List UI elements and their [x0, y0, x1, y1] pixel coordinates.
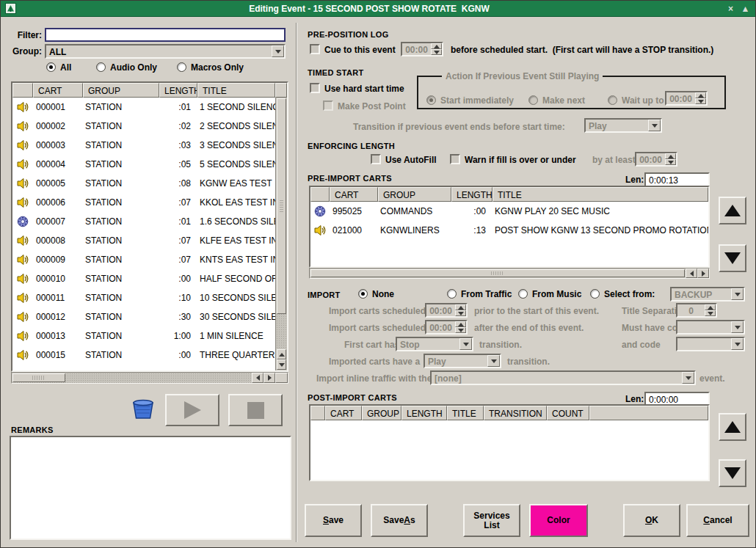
radio-all[interactable] — [46, 62, 56, 72]
radio-from-music[interactable] — [518, 289, 528, 299]
column-header[interactable]: TITLE — [493, 187, 708, 202]
sched-after-spinbox[interactable]: 00:00 — [425, 320, 468, 335]
scroll-down-icon[interactable] — [277, 359, 286, 370]
use-autofill-checkbox[interactable] — [371, 154, 381, 164]
imported-carts-transition-combo[interactable]: Play — [424, 354, 501, 368]
save-as-button[interactable]: Save As — [371, 504, 428, 537]
chevron-down-icon[interactable] — [731, 288, 744, 300]
table-row[interactable]: 000013STATION1:001 MIN SILENCE — [12, 326, 275, 346]
spin-down-icon[interactable] — [455, 327, 466, 333]
column-header[interactable]: LENGTH — [401, 406, 447, 420]
spin-down-icon[interactable] — [695, 98, 706, 104]
table-row[interactable]: 000005STATION:08KGNW EAS TEST — [12, 174, 275, 193]
cart-list-body[interactable]: 000001STATION:011 SECOND SILENCE000002ST… — [12, 98, 275, 370]
warn-threshold-spinbox[interactable]: 00:00 — [635, 152, 677, 167]
table-row[interactable]: 000012STATION:3030 SECONDS SILE — [12, 307, 275, 326]
make-post-point-checkbox[interactable] — [323, 101, 333, 111]
ok-button[interactable]: OK — [623, 504, 680, 537]
table-row[interactable]: 021000KGNWLINERS:13POST SHOW KGNW 13 SEC… — [310, 221, 708, 240]
table-row[interactable]: 000003STATION:033 SECONDS SILENCE — [12, 136, 275, 155]
pre-import-move-up-button[interactable] — [719, 197, 746, 224]
post-import-move-up-button[interactable] — [719, 413, 746, 441]
column-header[interactable]: TRANSITION — [484, 406, 547, 420]
radio-make-next[interactable] — [528, 95, 538, 105]
table-row[interactable]: 000004STATION:055 SECONDS SILENCE — [12, 155, 275, 174]
spin-down-icon[interactable] — [431, 49, 442, 55]
spin-down-icon[interactable] — [455, 310, 466, 316]
radio-wait-up-to[interactable] — [608, 95, 617, 105]
maximize-icon[interactable]: ▲ — [739, 2, 752, 15]
chevron-down-icon[interactable] — [272, 45, 284, 57]
column-header[interactable]: LENGTH — [451, 187, 493, 202]
table-row[interactable]: 000006STATION:07KKOL EAS TEST IN — [12, 193, 275, 212]
scrollbar-track[interactable] — [12, 373, 252, 383]
color-button[interactable]: Color — [529, 504, 588, 537]
post-import-move-down-button[interactable] — [719, 459, 746, 487]
chevron-down-icon[interactable] — [682, 372, 694, 384]
column-header[interactable]: LENGTH — [159, 83, 197, 98]
filter-input[interactable] — [45, 28, 286, 42]
scrollbar-thumb[interactable] — [310, 269, 685, 277]
column-header[interactable]: GROUP — [83, 83, 159, 98]
column-header[interactable] — [310, 406, 325, 420]
play-button[interactable] — [165, 394, 219, 426]
wait-time-spinbox[interactable]: 00:00 — [665, 91, 708, 106]
spin-up-icon[interactable] — [705, 304, 716, 310]
column-header[interactable]: CART — [33, 83, 83, 98]
radio-from-traffic[interactable] — [447, 289, 457, 299]
scroll-up-icon[interactable] — [277, 349, 286, 359]
cancel-button[interactable]: Cancel — [686, 504, 749, 537]
post-import-cart-list[interactable]: CARTGROUPLENGTHTITLETRANSITIONCOUNT — [309, 404, 710, 481]
and-code-combo[interactable] — [676, 337, 745, 351]
table-row[interactable]: 995025COMMANDS:00KGNW PLAY 20 SEC MUSIC — [310, 202, 708, 221]
radio-import-none[interactable] — [358, 289, 368, 299]
warn-fill-checkbox[interactable] — [450, 154, 460, 164]
titlebar[interactable]: Editing Event - 15 SECOND POST SHOW ROTA… — [1, 1, 755, 17]
table-row[interactable]: 000011STATION:1010 SECONDS SILE — [12, 288, 275, 307]
spin-up-icon[interactable] — [455, 321, 466, 327]
table-row[interactable]: 000007STATION:011.6 SECONDS SILENCE — [12, 212, 275, 231]
title-separation-spinbox[interactable]: 0 — [676, 303, 717, 318]
column-header[interactable]: CART — [330, 187, 378, 202]
chevron-down-icon[interactable] — [731, 321, 744, 333]
cue-to-event-checkbox[interactable] — [310, 44, 320, 54]
save-button[interactable]: Save — [305, 504, 362, 537]
cue-offset-spinbox[interactable]: 00:00 — [401, 42, 443, 56]
column-header[interactable]: TITLE — [197, 83, 275, 98]
column-header[interactable]: GROUP — [378, 187, 451, 202]
column-header[interactable] — [310, 187, 330, 202]
chevron-down-icon[interactable] — [459, 338, 472, 350]
post-import-list-body[interactable] — [310, 420, 708, 480]
group-filter-combo[interactable]: ALL — [45, 44, 286, 59]
first-cart-transition-combo[interactable]: Stop — [396, 337, 473, 351]
remarks-input[interactable] — [10, 436, 291, 540]
services-list-button[interactable]: Services List — [463, 504, 520, 537]
column-header[interactable]: COUNT — [547, 406, 589, 420]
pre-import-cart-list[interactable]: CARTGROUPLENGTHTITLE 995025COMMANDS:00KG… — [309, 186, 710, 268]
scrollbar-track[interactable] — [310, 268, 686, 278]
transition-combo[interactable]: Play — [584, 118, 662, 133]
table-row[interactable]: 000002STATION:022 SECONDS SILENCE — [12, 117, 275, 136]
scrollbar-thumb[interactable] — [12, 373, 65, 382]
table-row[interactable]: 000010STATION:00HALF SECOND OF — [12, 269, 275, 288]
column-header[interactable]: GROUP — [362, 406, 401, 420]
spin-up-icon[interactable] — [455, 304, 466, 310]
must-have-code-combo[interactable] — [676, 320, 745, 335]
column-header[interactable] — [589, 406, 708, 420]
column-header[interactable]: TITLE — [447, 406, 484, 420]
spin-up-icon[interactable] — [431, 43, 442, 49]
column-header[interactable] — [12, 83, 33, 98]
scroll-right-icon[interactable] — [263, 373, 275, 383]
select-from-combo[interactable]: BACKUP — [670, 287, 745, 302]
cart-bucket-icon[interactable] — [130, 397, 156, 423]
column-header[interactable]: CART — [325, 406, 362, 420]
stop-button[interactable] — [228, 394, 283, 426]
scroll-left-icon[interactable] — [252, 373, 263, 383]
table-row[interactable]: 000001STATION:011 SECOND SILENCE — [12, 98, 275, 117]
scrollbar-thumb[interactable] — [277, 98, 286, 314]
sched-prior-spinbox[interactable]: 00:00 — [425, 303, 468, 318]
chevron-down-icon[interactable] — [731, 338, 744, 350]
chevron-down-icon[interactable] — [487, 355, 500, 367]
hard-start-checkbox[interactable] — [310, 83, 320, 93]
radio-audio-only[interactable] — [96, 62, 106, 72]
